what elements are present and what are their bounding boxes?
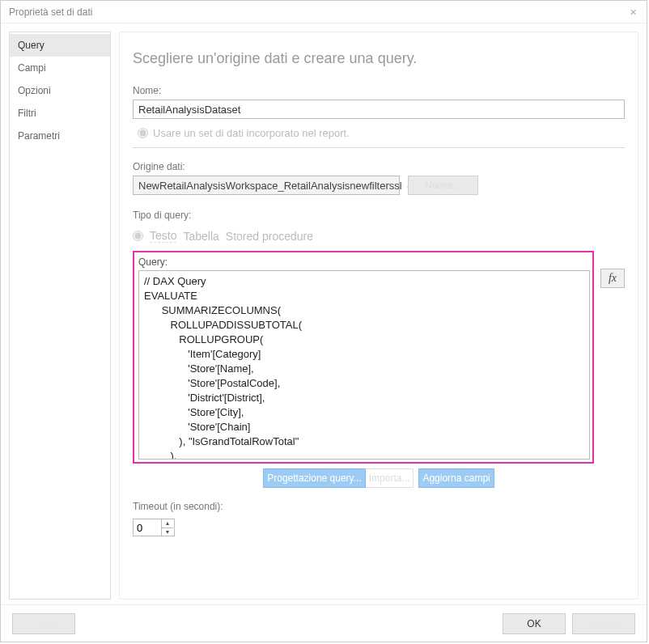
divider xyxy=(133,147,625,148)
querytype-label: Tipo di query: xyxy=(133,210,625,221)
name-label: Nome: xyxy=(133,85,625,96)
spin-down-icon[interactable]: ▼ xyxy=(162,528,173,536)
datasource-label: Origine dati: xyxy=(133,161,625,172)
querytype-row: Testo Tabella Stored procedure xyxy=(133,229,625,243)
sidebar-item-query[interactable]: Query xyxy=(10,34,110,57)
sidebar-item-fields[interactable]: Campi xyxy=(10,57,110,79)
sidebar-item-label: Opzioni xyxy=(18,85,51,96)
query-textarea[interactable] xyxy=(139,271,589,459)
query-label: Query: xyxy=(138,256,590,268)
main-panel: Scegliere un'origine dati e creare una q… xyxy=(119,32,638,600)
timeout-spinbox[interactable]: ▲ ▼ xyxy=(133,519,175,536)
query-textarea-wrap xyxy=(138,270,590,460)
dialog-window: Proprietà set di dati × Query Campi Opzi… xyxy=(0,0,647,642)
querytype-sp-label: Stored procedure xyxy=(226,230,313,243)
fx-icon: fx xyxy=(609,272,617,285)
new-datasource-button[interactable]: Nuova... xyxy=(408,176,478,195)
query-highlight-box: Query: xyxy=(133,251,594,464)
querytype-text-label: Testo xyxy=(150,229,176,243)
expression-fx-button[interactable]: fx xyxy=(600,269,625,288)
import-button[interactable]: Importa... xyxy=(366,468,414,488)
help-button[interactable]: Guida xyxy=(12,613,75,634)
sidebar-item-parameters[interactable]: Parametri xyxy=(10,125,110,147)
query-designer-button[interactable]: Progettazione query... xyxy=(263,468,366,488)
ok-button[interactable]: OK xyxy=(503,613,566,634)
embedded-dataset-radio-row: Usare un set di dati incorporato nel rep… xyxy=(138,127,625,139)
dialog-body: Query Campi Opzioni Filtri Parametri Sce… xyxy=(1,23,647,604)
spin-up-icon[interactable]: ▲ xyxy=(162,519,173,528)
titlebar: Proprietà set di dati × xyxy=(1,1,647,23)
query-wrap: Query: fx xyxy=(133,251,625,464)
sidebar-item-label: Query xyxy=(18,40,45,51)
sidebar-item-filters[interactable]: Filtri xyxy=(10,102,110,125)
sidebar-item-label: Parametri xyxy=(18,130,60,142)
datasource-value: NewRetailAnalysisWorkspace_RetailAnalysi… xyxy=(138,180,402,192)
query-actions-row: Progettazione query... Importa... Aggior… xyxy=(133,468,625,488)
window-title: Proprietà set di dati xyxy=(9,6,92,18)
sidebar-item-label: Filtri xyxy=(18,108,36,119)
datasource-row: NewRetailAnalysisWorkspace_RetailAnalysi… xyxy=(133,176,625,195)
cancel-button[interactable]: Annulla xyxy=(572,613,635,634)
name-input[interactable] xyxy=(133,100,625,119)
close-icon[interactable]: × xyxy=(625,5,642,19)
refresh-fields-button[interactable]: Aggiorna campi xyxy=(418,468,494,488)
embedded-dataset-radio[interactable] xyxy=(138,128,148,138)
page-heading: Scegliere un'origine dati e creare una q… xyxy=(133,50,625,67)
timeout-row: Timeout (in secondi): ▲ ▼ xyxy=(133,501,625,536)
timeout-input[interactable] xyxy=(134,519,161,536)
sidebar-item-label: Campi xyxy=(18,62,46,74)
embedded-dataset-label: Usare un set di dati incorporato nel rep… xyxy=(153,127,350,139)
querytype-table-label: Tabella xyxy=(183,230,218,243)
querytype-text-radio[interactable] xyxy=(133,231,143,241)
datasource-select[interactable]: NewRetailAnalysisWorkspace_RetailAnalysi… xyxy=(133,176,400,195)
dialog-footer: Guida OK Annulla xyxy=(1,604,647,642)
sidebar: Query Campi Opzioni Filtri Parametri xyxy=(9,32,111,600)
spin-buttons: ▲ ▼ xyxy=(161,519,173,536)
sidebar-item-options[interactable]: Opzioni xyxy=(10,79,110,102)
timeout-label: Timeout (in secondi): xyxy=(133,501,625,512)
